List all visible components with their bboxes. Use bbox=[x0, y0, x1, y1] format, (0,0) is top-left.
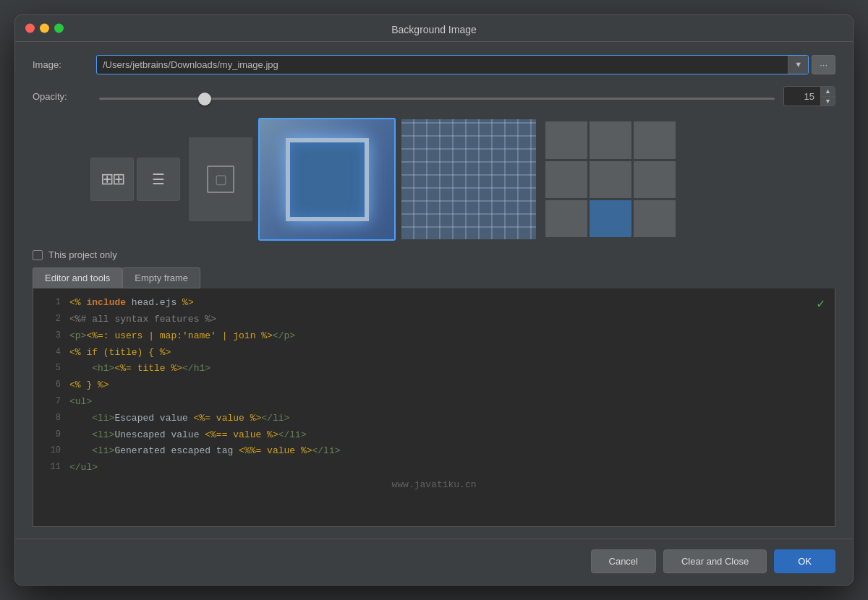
partial-cell-5 bbox=[590, 161, 631, 198]
code-content-9: <li>Unescaped value <%== value %></li> bbox=[69, 428, 307, 443]
code-line-9: 9 <li>Unescaped value <%== value %></li> bbox=[43, 428, 825, 443]
li-open-9: <li> bbox=[92, 429, 114, 440]
line-num-4: 4 bbox=[43, 346, 61, 361]
p-open: <p> bbox=[69, 330, 86, 341]
partial-cell-1 bbox=[545, 121, 587, 158]
opacity-label: Opacity: bbox=[33, 91, 90, 102]
code-line-3: 3 <p><%=: users | map:'name' | join %></… bbox=[43, 329, 825, 344]
partial-cell-9 bbox=[634, 200, 676, 237]
line-num-5: 5 bbox=[43, 361, 61, 377]
preview-tile-tiled[interactable] bbox=[400, 118, 537, 241]
line-num-8: 8 bbox=[43, 411, 61, 427]
maximize-button[interactable] bbox=[54, 23, 64, 33]
li-text-10: Generated escaped tag bbox=[114, 445, 239, 456]
line-num-9: 9 bbox=[43, 428, 61, 443]
tabs-row: Editor and tools Empty frame bbox=[33, 267, 835, 288]
code-content-7: <ul> bbox=[69, 395, 92, 410]
partial-cell-2 bbox=[590, 121, 631, 158]
layout-btn-tile-v[interactable]: ☰ bbox=[137, 158, 180, 201]
opacity-slider-wrap bbox=[99, 90, 775, 103]
minimize-button[interactable] bbox=[40, 23, 49, 33]
background-image-dialog: Background Image Image: ▼ ··· Opacity: bbox=[14, 14, 854, 586]
opacity-slider[interactable] bbox=[99, 98, 775, 100]
code-content-10: <li>Generated escaped tag <%%= value %><… bbox=[69, 444, 341, 459]
code-content-2: <%# all syntax features %> bbox=[69, 312, 216, 327]
ok-button[interactable]: OK bbox=[774, 549, 835, 573]
ejs-close: %> bbox=[182, 297, 194, 308]
ejs-tag: <% bbox=[69, 297, 81, 308]
li-open-10: <li> bbox=[92, 445, 114, 456]
preview-tile-partial[interactable] bbox=[542, 118, 679, 241]
image-path-input[interactable] bbox=[97, 56, 788, 74]
code-content-11: </ul> bbox=[69, 460, 98, 476]
li-close-9: </li> bbox=[278, 429, 307, 440]
partial-cell-7 bbox=[545, 200, 587, 237]
li-text-9: Unescaped value bbox=[114, 429, 205, 440]
layout-btn-tile-h[interactable]: ⊞⊞ bbox=[90, 158, 134, 201]
titlebar: Background Image bbox=[15, 15, 853, 42]
opacity-spinner: ▲ ▼ bbox=[820, 87, 835, 106]
code-content-6: <% } %> bbox=[69, 378, 109, 393]
opacity-increment[interactable]: ▲ bbox=[821, 87, 835, 97]
opacity-number-wrap: ▲ ▼ bbox=[783, 86, 835, 107]
line-num-1: 1 bbox=[43, 296, 61, 311]
project-only-label[interactable]: This project only bbox=[48, 249, 117, 260]
code-content-8: <li>Escaped value <%= value %></li> bbox=[69, 411, 289, 427]
ejs-title: <%= title %> bbox=[114, 363, 182, 374]
line-num-10: 10 bbox=[43, 444, 61, 459]
image-dropdown-button[interactable]: ▼ bbox=[788, 56, 808, 74]
code-line-11: 11 </ul> bbox=[43, 460, 825, 476]
li-text-8: Escaped value bbox=[114, 413, 193, 424]
tab-editor-and-tools[interactable]: Editor and tools bbox=[33, 267, 122, 288]
image-label: Image: bbox=[33, 59, 90, 70]
code-content-1: <% include head.ejs %> bbox=[69, 296, 194, 311]
partial-cell-4 bbox=[545, 161, 587, 198]
line-num-11: 11 bbox=[43, 460, 61, 476]
li-close-10: </li> bbox=[312, 445, 341, 456]
partial-cell-8-blue bbox=[590, 200, 631, 237]
h1-close: </h1> bbox=[182, 363, 210, 374]
layout-buttons-group: ⊞⊞ ☰ bbox=[90, 158, 180, 201]
image-input-container: ▼ bbox=[96, 55, 809, 74]
tiled-preview-bg bbox=[401, 119, 536, 239]
no-image-icon: ▢ bbox=[207, 166, 234, 193]
partial-cell-6 bbox=[634, 161, 676, 198]
filled-preview-inner bbox=[286, 138, 369, 221]
clear-and-close-button[interactable]: Clear and Close bbox=[663, 549, 767, 573]
ejs-expr: <%=: users | map:'name' | join %> bbox=[86, 330, 272, 341]
preview-tile-none[interactable]: ▢ bbox=[187, 136, 254, 223]
code-content-4: <% if (title) { %> bbox=[69, 346, 171, 361]
layout-buttons: ⊞⊞ ☰ bbox=[90, 158, 180, 201]
partial-cell-3 bbox=[634, 121, 676, 158]
line-num-2: 2 bbox=[43, 312, 61, 327]
p-close: </p> bbox=[273, 330, 295, 341]
li-open-8: <li> bbox=[92, 413, 114, 424]
code-line-4: 4 <% if (title) { %> bbox=[43, 346, 825, 361]
ejs-10: <%%= value %> bbox=[239, 445, 312, 456]
browse-button[interactable]: ··· bbox=[812, 55, 835, 74]
ejs-9: <%== value %> bbox=[205, 429, 278, 440]
line-num-7: 7 bbox=[43, 395, 61, 410]
tab-empty-frame[interactable]: Empty frame bbox=[122, 267, 200, 288]
code-line-1: 1 <% include head.ejs %> bbox=[43, 296, 825, 311]
include-keyword: include bbox=[86, 297, 131, 308]
close-button[interactable] bbox=[25, 23, 35, 33]
preview-tile-filled[interactable] bbox=[258, 118, 396, 241]
opacity-decrement[interactable]: ▼ bbox=[821, 97, 835, 106]
ejs-8: <%= value %> bbox=[194, 413, 262, 424]
include-file: head.ejs bbox=[132, 297, 176, 308]
filled-preview-bg bbox=[260, 119, 394, 239]
window-controls bbox=[25, 23, 64, 33]
image-placement-row: ⊞⊞ ☰ ▢ bbox=[33, 118, 835, 241]
project-only-checkbox[interactable] bbox=[33, 250, 43, 260]
opacity-row: Opacity: ▲ ▼ bbox=[33, 86, 835, 107]
opacity-number-input[interactable] bbox=[784, 87, 820, 106]
dialog-footer: Cancel Clear and Close OK bbox=[15, 539, 853, 585]
dialog-body: Image: ▼ ··· Opacity: ▲ ▼ bbox=[15, 42, 853, 539]
cancel-button[interactable]: Cancel bbox=[591, 549, 656, 573]
code-line-10: 10 <li>Generated escaped tag <%%= value … bbox=[43, 444, 825, 459]
project-only-row: This project only bbox=[33, 249, 835, 260]
ejs-if: <% if (title) { %> bbox=[69, 347, 171, 358]
code-line-7: 7 <ul> bbox=[43, 395, 825, 410]
code-line-2: 2 <%# all syntax features %> bbox=[43, 312, 825, 327]
